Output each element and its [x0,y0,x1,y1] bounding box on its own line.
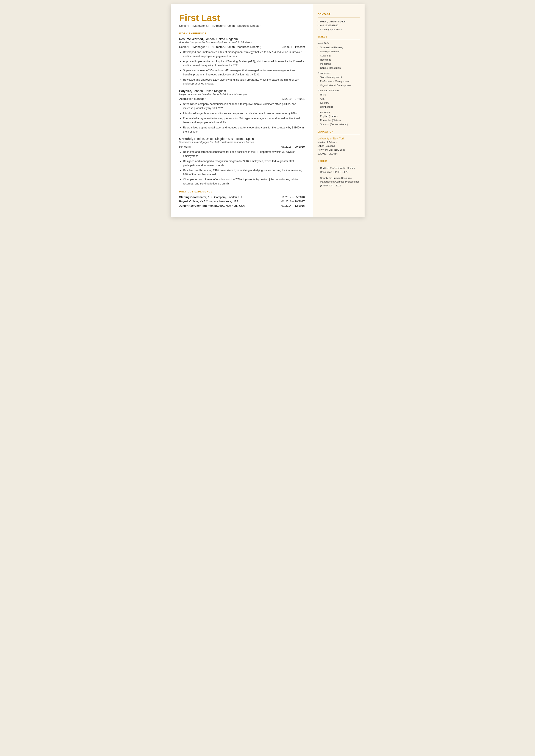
right-column: CONTACT Belfast, United Kingdom +44 1234… [313,4,365,217]
job-block-1: Resume Worded, London, United Kingdom A … [179,37,305,86]
contact-email: first.last@gmail.com [318,28,360,32]
skill-conflict-resolution: Conflict Resolution [318,66,360,70]
education-section-heading: EDUCATION [318,130,360,133]
contact-phone: +44 1234567890 [318,23,360,27]
techniques-label: Techniques: [318,72,360,74]
bullet: Reorganized departmental labor and reduc… [183,126,305,134]
prev-date-2: 01/2016 – 10/2017 [281,200,305,203]
prev-title-1: Staffing Coordinator, ABC Company, Londo… [179,195,242,199]
prev-date-1: 11/2017 – 05/2018 [281,195,305,199]
edu-school: University of New York [318,137,360,140]
prev-exp-row-1: Staffing Coordinator, ABC Company, Londo… [179,195,305,199]
lang-english: English (Native) [318,114,360,118]
prev-date-3: 07/2014 – 12/2015 [281,204,305,207]
tools-label: Tools and Software: [318,89,360,92]
skill-strategic-planning: Strategic Planning [318,49,360,54]
job-row-2: Acquisition Manager 10/2019 – 07/2021 [179,97,305,100]
company-desc-2: Helps personal and wealth clients build … [179,93,305,96]
previous-experience-heading: PREVIOUS EXPERIENCE [179,190,305,193]
company-name-1: Resume Worded, London, United Kingdom [179,37,305,41]
bullet: Developed and implemented a talent manag… [183,50,305,58]
skill-bamboohr: BambooHR [318,105,360,109]
bullet: Formulated a region-wide training progra… [183,116,305,125]
lang-romanian: Romanian (Native) [318,118,360,123]
company-desc-3: Specializes in mortgages that help custo… [179,141,305,144]
job-bullets-1: Developed and implemented a talent manag… [183,50,305,86]
company-name-2: Polyhire, London, United Kingdom [179,89,305,93]
skill-org-dev: Organizational Development [318,83,360,88]
bullet: Reviewed and approved 120+ diversity and… [183,78,305,86]
bullet: Introduced larger bonuses and incentive … [183,111,305,116]
education-rule [318,135,360,135]
languages-label: Languages: [318,111,360,113]
skill-ats: ATS [318,97,360,101]
job-date-1: 08/2021 – Present [282,45,305,48]
bullet: Designed and managed a recognition progr… [183,159,305,167]
contact-rule [318,17,360,17]
job-block-2: Polyhire, London, United Kingdom Helps p… [179,89,305,134]
resume-page: First Last Senior HR Manager & HR Direct… [171,4,365,217]
skill-kissflow: Kissflow [318,101,360,105]
job-date-2: 10/2019 – 07/2021 [281,97,305,100]
skill-recruiting: Recruiting [318,58,360,62]
job-bullets-3: Recruited and screened candidates for op… [183,150,305,185]
company-desc-1: A lender that provides home equity lines… [179,41,305,44]
other-rule [318,164,360,164]
job-date-3: 06/2018 – 09/2019 [281,145,305,148]
job-title-3: HR Admin [179,145,192,148]
lang-spanish: Spanish (Conversational) [318,123,360,126]
prev-title-3: Junior Recruiter (Internship), ABC, New … [179,204,245,207]
contact-address: Belfast, United Kingdom [318,20,360,23]
prev-exp-list: Staffing Coordinator, ABC Company, Londo… [179,195,305,207]
company-name-3: Growthsi, London, United Kingdom & Barce… [179,137,305,141]
bullet: Recruited and screened candidates for op… [183,150,305,158]
contact-section-heading: CONTACT [318,13,360,15]
skill-coaching: Coaching [318,54,360,58]
bullet: Approved implementing an Applicant Track… [183,60,305,68]
skill-hris: HRIS [318,93,360,97]
skill-succession-planning: Succession Planning [318,45,360,49]
prev-exp-row-2: Payroll Officer, XYZ Company, New York, … [179,200,305,203]
name: First Last [179,13,305,23]
left-column: First Last Senior HR Manager & HR Direct… [171,4,313,217]
skill-talent-management: Talent Management [318,75,360,79]
prev-title-2: Payroll Officer, XYZ Company, New York, … [179,200,239,203]
prev-exp-row-3: Junior Recruiter (Internship), ABC, New … [179,204,305,207]
job-block-3: Growthsi, London, United Kingdom & Barce… [179,137,305,185]
edu-degree: Master of Science Labor Relations New Yo… [318,141,360,156]
skills-section-heading: SKILLS [318,35,360,38]
work-experience-heading: WORK EXPERIENCE [179,32,305,35]
bullet: Supervised a team of 30+ regional HR man… [183,69,305,77]
other-cphr: Certified Professional in Human Resource… [318,166,360,174]
job-row-3: HR Admin 06/2018 – 09/2019 [179,145,305,148]
bullet: Streamlined company communication channe… [183,102,305,110]
bullet: Resolved conflict among 240+ co-workers … [183,168,305,177]
job-bullets-2: Streamlined company communication channe… [183,102,305,134]
skill-performance-management: Performance Management [318,79,360,83]
job-title-2: Acquisition Manager [179,97,206,100]
bullet: Championed recruitment efforts in search… [183,178,305,186]
title: Senior HR Manager & HR Director (Human R… [179,24,305,27]
job-title-1: Senior HR Manager & HR Director (Human R… [179,45,262,48]
other-section-heading: OTHER [318,160,360,162]
hard-skills-label: Hard Skills: [318,42,360,44]
skill-mentoring: Mentoring [318,62,360,66]
other-shrm: Society for Human Resource Management Ce… [318,176,360,188]
skills-rule [318,40,360,40]
job-row-1: Senior HR Manager & HR Director (Human R… [179,45,305,48]
